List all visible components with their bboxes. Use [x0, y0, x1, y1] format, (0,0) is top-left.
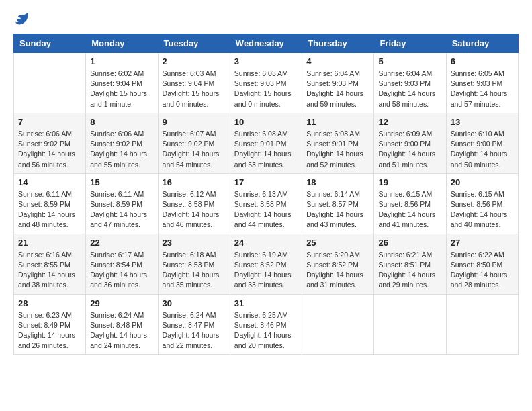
- calendar-week-row: 7Sunrise: 6:06 AMSunset: 9:02 PMDaylight…: [14, 113, 519, 173]
- day-number: 5: [378, 56, 441, 66]
- day-info: Sunrise: 6:16 AMSunset: 8:55 PMDaylight:…: [18, 250, 81, 291]
- day-number: 26: [378, 238, 441, 248]
- day-info: Sunrise: 6:03 AMSunset: 9:03 PMDaylight:…: [234, 68, 298, 109]
- calendar-cell: 11Sunrise: 6:08 AMSunset: 9:01 PMDayligh…: [302, 113, 374, 173]
- day-info: Sunrise: 6:07 AMSunset: 9:02 PMDaylight:…: [163, 129, 226, 170]
- page-header: [13, 13, 519, 23]
- day-number: 11: [306, 117, 369, 127]
- day-info: Sunrise: 6:24 AMSunset: 8:47 PMDaylight:…: [163, 310, 226, 351]
- calendar-cell: 6Sunrise: 6:05 AMSunset: 9:03 PMDaylight…: [446, 53, 518, 113]
- calendar-cell: 30Sunrise: 6:24 AMSunset: 8:47 PMDayligh…: [158, 294, 230, 355]
- column-header-wednesday: Wednesday: [230, 34, 302, 53]
- calendar-cell: 20Sunrise: 6:15 AMSunset: 8:56 PMDayligh…: [446, 173, 518, 234]
- calendar-week-row: 1Sunrise: 6:02 AMSunset: 9:04 PMDaylight…: [14, 53, 519, 113]
- day-info: Sunrise: 6:11 AMSunset: 8:59 PMDaylight:…: [90, 189, 153, 230]
- day-number: 6: [451, 56, 514, 66]
- calendar-cell: 24Sunrise: 6:19 AMSunset: 8:52 PMDayligh…: [230, 234, 302, 294]
- day-number: 12: [378, 117, 441, 127]
- calendar-cell: 28Sunrise: 6:23 AMSunset: 8:49 PMDayligh…: [14, 294, 86, 355]
- calendar-cell: 27Sunrise: 6:22 AMSunset: 8:50 PMDayligh…: [446, 234, 518, 294]
- day-info: Sunrise: 6:04 AMSunset: 9:03 PMDaylight:…: [306, 68, 369, 109]
- day-info: Sunrise: 6:22 AMSunset: 8:50 PMDaylight:…: [451, 250, 514, 291]
- day-info: Sunrise: 6:14 AMSunset: 8:57 PMDaylight:…: [306, 189, 369, 230]
- day-number: 31: [234, 298, 298, 308]
- day-number: 27: [451, 238, 514, 248]
- day-info: Sunrise: 6:06 AMSunset: 9:02 PMDaylight:…: [18, 129, 81, 170]
- day-number: 16: [163, 177, 226, 187]
- calendar-cell: [446, 294, 518, 355]
- day-number: 8: [90, 117, 153, 127]
- day-info: Sunrise: 6:02 AMSunset: 9:04 PMDaylight:…: [90, 68, 153, 109]
- day-number: 28: [18, 298, 81, 308]
- day-info: Sunrise: 6:24 AMSunset: 8:48 PMDaylight:…: [90, 310, 153, 351]
- day-info: Sunrise: 6:04 AMSunset: 9:03 PMDaylight:…: [378, 68, 441, 109]
- calendar-cell: 14Sunrise: 6:11 AMSunset: 8:59 PMDayligh…: [14, 173, 86, 234]
- column-header-monday: Monday: [86, 34, 158, 53]
- day-info: Sunrise: 6:11 AMSunset: 8:59 PMDaylight:…: [18, 189, 81, 230]
- day-number: 22: [90, 238, 153, 248]
- day-info: Sunrise: 6:08 AMSunset: 9:01 PMDaylight:…: [234, 129, 298, 170]
- day-number: 24: [234, 238, 298, 248]
- day-info: Sunrise: 6:18 AMSunset: 8:53 PMDaylight:…: [163, 250, 226, 291]
- day-number: 20: [451, 177, 514, 187]
- calendar-cell: 26Sunrise: 6:21 AMSunset: 8:51 PMDayligh…: [374, 234, 446, 294]
- calendar-cell: 5Sunrise: 6:04 AMSunset: 9:03 PMDaylight…: [374, 53, 446, 113]
- logo: [13, 13, 30, 23]
- calendar-week-row: 14Sunrise: 6:11 AMSunset: 8:59 PMDayligh…: [14, 173, 519, 234]
- day-number: 7: [18, 117, 81, 127]
- calendar-cell: 9Sunrise: 6:07 AMSunset: 9:02 PMDaylight…: [158, 113, 230, 173]
- day-info: Sunrise: 6:25 AMSunset: 8:46 PMDaylight:…: [234, 310, 298, 351]
- day-number: 13: [451, 117, 514, 127]
- calendar-cell: [302, 294, 374, 355]
- day-number: 3: [234, 56, 298, 66]
- column-header-sunday: Sunday: [14, 34, 86, 53]
- day-number: 1: [90, 56, 153, 66]
- column-header-thursday: Thursday: [302, 34, 374, 53]
- day-info: Sunrise: 6:20 AMSunset: 8:52 PMDaylight:…: [306, 250, 369, 291]
- calendar-cell: 16Sunrise: 6:12 AMSunset: 8:58 PMDayligh…: [158, 173, 230, 234]
- day-number: 23: [163, 238, 226, 248]
- day-info: Sunrise: 6:09 AMSunset: 9:00 PMDaylight:…: [378, 129, 441, 170]
- day-info: Sunrise: 6:15 AMSunset: 8:56 PMDaylight:…: [378, 189, 441, 230]
- day-number: 30: [163, 298, 226, 308]
- day-number: 2: [163, 56, 226, 66]
- day-info: Sunrise: 6:08 AMSunset: 9:01 PMDaylight:…: [306, 129, 369, 170]
- calendar-cell: 22Sunrise: 6:17 AMSunset: 8:54 PMDayligh…: [86, 234, 158, 294]
- day-info: Sunrise: 6:15 AMSunset: 8:56 PMDaylight:…: [451, 189, 514, 230]
- day-number: 29: [90, 298, 153, 308]
- day-number: 4: [306, 56, 369, 66]
- calendar-week-row: 21Sunrise: 6:16 AMSunset: 8:55 PMDayligh…: [14, 234, 519, 294]
- calendar-cell: 18Sunrise: 6:14 AMSunset: 8:57 PMDayligh…: [302, 173, 374, 234]
- calendar-cell: 15Sunrise: 6:11 AMSunset: 8:59 PMDayligh…: [86, 173, 158, 234]
- calendar-table: SundayMondayTuesdayWednesdayThursdayFrid…: [13, 34, 519, 355]
- column-header-tuesday: Tuesday: [158, 34, 230, 53]
- calendar-cell: 13Sunrise: 6:10 AMSunset: 9:00 PMDayligh…: [446, 113, 518, 173]
- calendar-cell: 2Sunrise: 6:03 AMSunset: 9:04 PMDaylight…: [158, 53, 230, 113]
- calendar-cell: 7Sunrise: 6:06 AMSunset: 9:02 PMDaylight…: [14, 113, 86, 173]
- calendar-cell: 23Sunrise: 6:18 AMSunset: 8:53 PMDayligh…: [158, 234, 230, 294]
- day-number: 19: [378, 177, 441, 187]
- calendar-cell: 1Sunrise: 6:02 AMSunset: 9:04 PMDaylight…: [86, 53, 158, 113]
- day-info: Sunrise: 6:06 AMSunset: 9:02 PMDaylight:…: [90, 129, 153, 170]
- calendar-cell: 3Sunrise: 6:03 AMSunset: 9:03 PMDaylight…: [230, 53, 302, 113]
- day-number: 18: [306, 177, 369, 187]
- day-number: 9: [163, 117, 226, 127]
- day-info: Sunrise: 6:12 AMSunset: 8:58 PMDaylight:…: [163, 189, 226, 230]
- calendar-cell: 12Sunrise: 6:09 AMSunset: 9:00 PMDayligh…: [374, 113, 446, 173]
- calendar-cell: 8Sunrise: 6:06 AMSunset: 9:02 PMDaylight…: [86, 113, 158, 173]
- day-number: 10: [234, 117, 298, 127]
- day-info: Sunrise: 6:17 AMSunset: 8:54 PMDaylight:…: [90, 250, 153, 291]
- day-info: Sunrise: 6:10 AMSunset: 9:00 PMDaylight:…: [451, 129, 514, 170]
- calendar-cell: [14, 53, 86, 113]
- day-info: Sunrise: 6:21 AMSunset: 8:51 PMDaylight:…: [378, 250, 441, 291]
- day-number: 21: [18, 238, 81, 248]
- calendar-cell: 4Sunrise: 6:04 AMSunset: 9:03 PMDaylight…: [302, 53, 374, 113]
- calendar-cell: 29Sunrise: 6:24 AMSunset: 8:48 PMDayligh…: [86, 294, 158, 355]
- calendar-cell: 17Sunrise: 6:13 AMSunset: 8:58 PMDayligh…: [230, 173, 302, 234]
- column-header-saturday: Saturday: [446, 34, 518, 53]
- day-info: Sunrise: 6:19 AMSunset: 8:52 PMDaylight:…: [234, 250, 298, 291]
- calendar-cell: [374, 294, 446, 355]
- column-header-friday: Friday: [374, 34, 446, 53]
- day-number: 15: [90, 177, 153, 187]
- calendar-week-row: 28Sunrise: 6:23 AMSunset: 8:49 PMDayligh…: [14, 294, 519, 355]
